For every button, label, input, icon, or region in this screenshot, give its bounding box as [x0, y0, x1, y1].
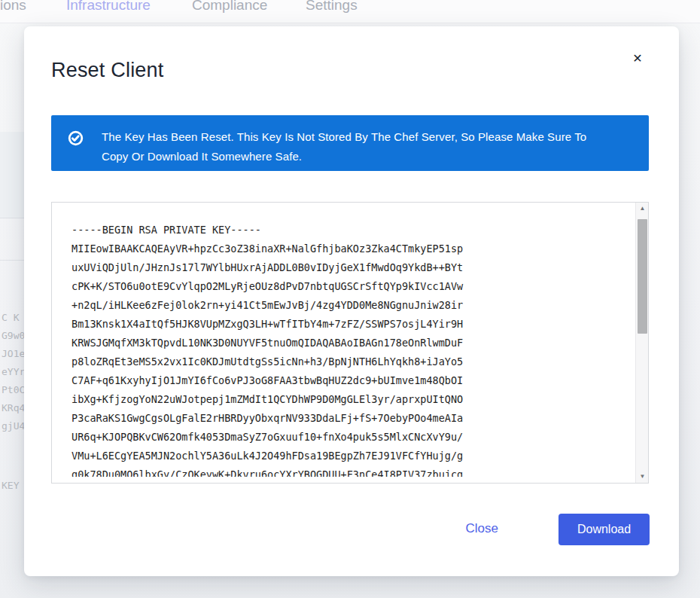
key-scrollbar[interactable]: ▲ ▼: [635, 203, 648, 483]
background-key-fragment: JO1e: [2, 348, 25, 359]
background-key-fragment: KRq4: [2, 402, 25, 413]
background-key-fragment: C K: [2, 312, 19, 323]
background-key-fragment: KEY: [2, 480, 19, 491]
nav-item-settings[interactable]: Settings: [306, 0, 358, 14]
check-circle-icon: [68, 130, 84, 146]
scrollbar-thumb[interactable]: [638, 219, 647, 334]
private-key-container[interactable]: -----BEGIN RSA PRIVATE KEY----- MIIEowIB…: [51, 202, 649, 484]
background-divider: [0, 260, 24, 261]
top-navigation: ions Infrastructure Compliance Settings: [0, 0, 700, 23]
modal-title: Reset Client: [51, 59, 163, 82]
close-icon[interactable]: ✕: [629, 50, 646, 67]
reset-client-modal: Reset Client ✕ The Key Has Been Reset. T…: [24, 26, 679, 576]
nav-item-infrastructure[interactable]: Infrastructure: [66, 0, 151, 14]
key-reset-banner: The Key Has Been Reset. This Key Is Not …: [51, 115, 649, 171]
close-button[interactable]: Close: [466, 521, 498, 536]
background-key-fragment: Pt0C: [2, 384, 25, 395]
scrollbar-up-icon[interactable]: ▲: [636, 203, 649, 215]
scrollbar-down-icon[interactable]: ▼: [636, 471, 649, 483]
background-key-fragment: eYYr: [2, 366, 25, 377]
background-key-fragment: G9w0: [2, 330, 25, 341]
private-key-text: -----BEGIN RSA PRIVATE KEY----- MIIEowIB…: [72, 221, 618, 477]
background-divider: [0, 218, 24, 218]
banner-message: The Key Has Been Reset. This Key Is Not …: [102, 127, 589, 166]
download-button[interactable]: Download: [558, 514, 650, 545]
nav-item-compliance[interactable]: Compliance: [192, 0, 267, 14]
nav-item-applications[interactable]: ions: [0, 0, 26, 14]
background-panel: [0, 132, 24, 218]
background-key-fragment: gjU4: [2, 420, 25, 432]
